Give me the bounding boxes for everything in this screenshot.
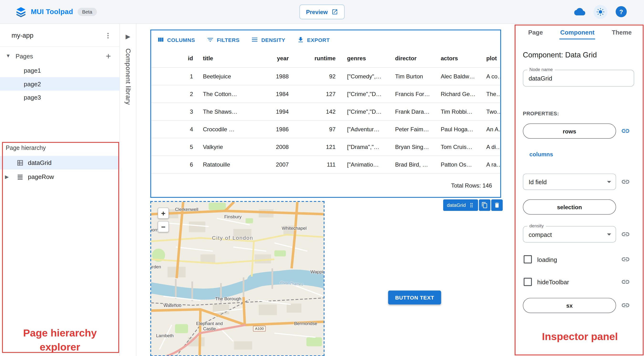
cell-year[interactable]: 1984 [270,91,292,97]
hidetoolbar-checkbox[interactable] [524,278,532,286]
tab-component[interactable]: Component [559,25,595,39]
cell-plot[interactable]: The… [478,91,501,97]
hierarchy-item-pagerow[interactable]: ▶ pageRow [0,170,120,183]
table-row[interactable]: 2 The Cotton… 1984 127 ["Crime","D… Fran… [151,85,501,102]
cell-id[interactable]: 6 [151,161,196,168]
sidebar-item-page2[interactable]: page2 [0,77,120,91]
bind-loading-link-icon[interactable] [621,255,630,264]
bind-id-field-link-icon[interactable] [621,177,630,186]
cell-title[interactable]: Valkyrie [196,144,270,150]
cell-id[interactable]: 1 [151,73,196,80]
cell-actors[interactable]: Richard Ge… [432,91,478,97]
cell-plot[interactable]: Two… [478,108,501,115]
cell-plot[interactable]: A di… [478,144,501,150]
zoom-out-button[interactable]: − [158,221,169,232]
density-button[interactable]: DENSITY [251,36,285,44]
bind-density-link-icon[interactable] [621,230,630,239]
column-header-id[interactable]: id [151,55,196,62]
theme-toggle-button[interactable] [594,5,608,19]
cell-year[interactable]: 2007 [270,161,292,168]
columns-property-link[interactable]: columns [530,151,553,158]
datagrid-component[interactable]: COLUMNS FILTERS DENSITY EXPORT id title [150,29,501,198]
column-header-year[interactable]: year [270,55,292,62]
rows-property-button[interactable]: rows [523,123,616,139]
sidebar-item-page3[interactable]: page3 [0,91,120,104]
column-header-director[interactable]: director [387,55,432,62]
app-menu-kebab-icon[interactable] [104,32,112,39]
cell-genres[interactable]: ["Drama","… [339,144,387,150]
table-row[interactable]: 1 Beetlejuice 1988 92 ["Comedy",… Tim Bu… [151,67,501,85]
cell-title[interactable]: The Cotton… [196,91,270,97]
table-row[interactable]: 6 Ratatouille 2007 111 ["Animatio… Brad … [151,156,501,173]
table-row[interactable]: 4 Crocodile … 1986 97 ["Adventur… Peter … [151,120,501,138]
zoom-in-button[interactable]: + [158,208,169,219]
density-select[interactable]: density compact [523,226,616,243]
cell-actors[interactable]: Patton Os… [432,161,478,168]
export-button[interactable]: EXPORT [297,36,330,44]
map-component[interactable]: Clerkenwell Finsbury Whitechapel City of… [150,201,324,356]
cell-plot[interactable]: A co… [478,73,501,80]
selection-property-button[interactable]: selection [523,199,616,215]
column-header-actors[interactable]: actors [432,55,478,62]
column-header-title[interactable]: title [196,55,270,62]
cell-genres[interactable]: ["Crime","D… [339,108,387,115]
tab-page[interactable]: Page [527,25,544,39]
cell-id[interactable]: 3 [151,108,196,115]
cell-actors[interactable]: Paul Hoga… [432,126,478,133]
drag-indicator-icon[interactable] [469,202,474,208]
button-component[interactable]: BUTTON TEXT [388,291,441,305]
cell-genres[interactable]: ["Adventur… [339,126,387,133]
bind-sx-link-icon[interactable] [621,301,630,310]
cell-actors[interactable]: Tom Cruis… [432,144,478,150]
tab-theme[interactable]: Theme [611,25,632,39]
cell-title[interactable]: Ratatouille [196,161,270,168]
cell-id[interactable]: 5 [151,144,196,150]
cell-director[interactable]: Brad Bird, … [387,161,432,168]
cell-actors[interactable]: Alec Baldw… [432,73,478,80]
cell-director[interactable]: Bryan Sing… [387,144,432,150]
cell-director[interactable]: Frank Dara… [387,108,432,115]
filters-button[interactable]: FILTERS [206,36,240,44]
cell-id[interactable]: 4 [151,126,196,133]
delete-node-button[interactable] [491,199,502,211]
cell-title[interactable]: The Shaws… [196,108,270,115]
column-header-plot[interactable]: plot [478,55,501,62]
cell-runtime[interactable]: 121 [292,144,339,150]
cell-title[interactable]: Beetlejuice [196,73,270,80]
cell-year[interactable]: 1994 [270,108,292,115]
chevron-right-icon[interactable]: ▶ [5,174,9,179]
cell-plot[interactable]: An A… [478,126,501,133]
bind-rows-link-icon[interactable] [621,126,630,135]
cell-director[interactable]: Tim Burton [387,73,432,80]
cell-year[interactable]: 1988 [270,73,292,80]
cell-id[interactable]: 2 [151,91,196,97]
selected-node-chip[interactable]: dataGrid [443,199,478,211]
cell-genres[interactable]: ["Animatio… [339,161,387,168]
cell-genres[interactable]: ["Crime","D… [339,91,387,97]
cell-runtime[interactable]: 127 [292,91,339,97]
add-page-button[interactable]: + [106,51,111,60]
cell-genres[interactable]: ["Comedy",… [339,73,387,80]
duplicate-node-button[interactable] [479,199,490,211]
node-name-input[interactable] [523,70,634,86]
column-header-runtime[interactable]: runtime [292,55,339,62]
cell-director[interactable]: Francis For… [387,91,432,97]
cell-runtime[interactable]: 142 [292,108,339,115]
loading-checkbox-row[interactable]: loading [524,255,557,264]
loading-checkbox[interactable] [524,255,532,263]
help-button[interactable]: ? [616,6,626,17]
cell-runtime[interactable]: 111 [292,161,339,168]
column-header-genres[interactable]: genres [339,55,387,62]
columns-button[interactable]: COLUMNS [157,36,195,44]
hidetoolbar-checkbox-row[interactable]: hideToolbar [524,277,569,287]
cloud-status-icon[interactable] [574,6,585,17]
preview-button[interactable]: Preview [299,4,344,19]
cell-actors[interactable]: Tim Robbi… [432,108,478,115]
cell-year[interactable]: 1986 [270,126,292,133]
chevron-down-icon[interactable]: ▼ [0,53,11,59]
cell-director[interactable]: Peter Faim… [387,126,432,133]
table-row[interactable]: 5 Valkyrie 2008 121 ["Drama","… Bryan Si… [151,138,501,156]
cell-year[interactable]: 2008 [270,144,292,150]
component-library-strip[interactable]: ▶ Component library [120,24,136,356]
hierarchy-item-datagrid[interactable]: dataGrid [0,156,120,169]
